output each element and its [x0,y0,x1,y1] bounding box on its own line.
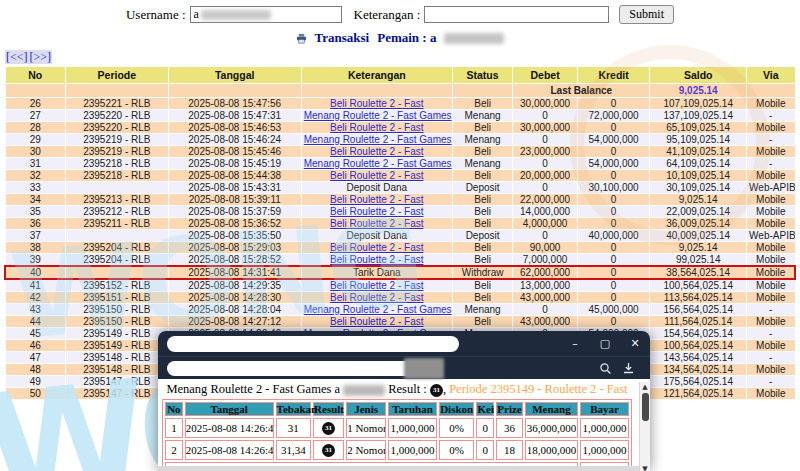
last-balance-label: Last Balance [513,84,650,98]
row-via: - [747,328,795,340]
popup-row-result: 31 [313,418,344,438]
row-kredit: 72,000,000 [577,110,650,122]
pagination: [<<][>>] [5,50,800,65]
table-row: 402025-08-08 14:31:41Tarik DanaWithdraw6… [5,266,795,279]
row-keterangan-link[interactable]: Beli Roulette 2 - Fast [301,122,452,134]
row-keterangan-link[interactable]: Beli Roulette 2 - Fast [301,242,452,254]
row-periode: 2395148 - RLB [65,364,168,376]
row-debet: 0 [513,182,577,194]
row-via: Mobile [747,218,795,230]
row-status: Withdraw [452,266,512,279]
table-row: 262395221 - RLB2025-08-08 15:47:56Beli R… [5,98,795,110]
row-periode [65,266,168,279]
row-keterangan-link[interactable]: Beli Roulette 2 - Fast [301,218,452,230]
row-saldo: 143,564,025.14 [650,352,747,364]
row-keterangan-link[interactable]: Beli Roulette 2 - Fast [301,206,452,218]
row-periode: 2395204 - RLB [65,242,168,254]
row-keterangan-link[interactable]: Menang Roulette 2 - Fast Games [301,110,452,122]
popup-scrollbar[interactable]: ▲ ▼ [639,382,650,471]
scrollbar-thumb[interactable] [642,393,649,421]
address-bar-redacted[interactable] [167,361,419,376]
row-kredit: 0 [577,146,650,158]
popup-tab-redacted[interactable] [167,336,459,352]
scroll-down-icon[interactable]: ▼ [642,464,647,471]
row-via: Mobile [747,388,795,400]
row-status: Beli [452,316,512,328]
row-keterangan-link[interactable]: Beli Roulette 2 - Fast [301,146,452,158]
zoom-icon[interactable] [598,361,613,376]
row-periode: 2395220 - RLB [65,122,168,134]
row-keterangan-link[interactable]: Beli Roulette 2 - Fast [301,316,452,328]
minimize-icon[interactable]: – [560,331,590,356]
table-row: 292395219 - RLB2025-08-08 15:46:24Menang… [5,134,795,146]
row-keterangan-link[interactable]: Menang Roulette 2 - Fast Games [301,134,452,146]
popup-row-tebakan: 31,34 [276,440,312,460]
submit-button[interactable]: Submit [619,5,674,24]
popup-row-diskon: 0% [439,418,475,438]
table-row: 422395151 - RLB2025-08-08 14:28:30Beli R… [5,292,795,304]
row-no: 41 [5,279,65,292]
row-saldo: 22,009,025.14 [650,206,747,218]
popup-row-jenis: 1 Nomor [346,418,386,438]
row-via: - [747,110,795,122]
last-balance-row: Last Balance 9,025.14 [5,84,795,98]
row-status: Beli [452,122,512,134]
row-saldo: 156,564,025.14 [650,304,747,316]
row-saldo: 107,109,025.14 [650,98,747,110]
row-tanggal: 2025-08-08 15:39:11 [168,194,301,206]
row-kredit: 0 [577,254,650,267]
row-saldo: 154,564,025.14 [650,328,747,340]
row-tanggal: 2025-08-08 14:28:04 [168,304,301,316]
row-via: Mobile [747,292,795,304]
row-saldo: 36,009,025.14 [650,218,747,230]
prev-page-link[interactable]: [<<] [5,50,29,64]
row-periode: 2395212 - RLB [65,206,168,218]
empty-cell [452,84,512,98]
row-keterangan-link[interactable]: Menang Roulette 2 - Fast Games [301,158,452,170]
row-keterangan-link[interactable]: Beli Roulette 2 - Fast [301,98,452,110]
row-saldo: 41,109,025.14 [650,146,747,158]
popup-titlebar[interactable]: – ▢ ✕ [158,331,650,356]
row-no: 35 [5,206,65,218]
row-keterangan-link[interactable]: Beli Roulette 2 - Fast [301,170,452,182]
row-via: Mobile [747,364,795,376]
row-keterangan-link[interactable]: Beli Roulette 2 - Fast [301,254,452,267]
close-icon[interactable]: ✕ [620,331,650,356]
row-no: 30 [5,146,65,158]
table-row: 442395150 - RLB2025-08-08 14:27:12Beli R… [5,316,795,328]
row-keterangan-link[interactable]: Menang Roulette 2 - Fast Games [301,304,452,316]
row-debet: 0 [513,158,577,170]
row-tanggal: 2025-08-08 15:46:53 [168,122,301,134]
roulette-result-icon: 31 [322,444,335,457]
keterangan-label: Keterangan : [354,7,421,23]
popup-column-header-menang: Menang [525,402,578,416]
row-keterangan-link[interactable]: Beli Roulette 2 - Fast [301,279,452,292]
row-saldo: 137,109,025.14 [650,110,747,122]
row-no: 34 [5,194,65,206]
row-no: 27 [5,110,65,122]
row-periode: 2395218 - RLB [65,158,168,170]
download-icon[interactable] [621,361,636,376]
row-keterangan-link[interactable]: Beli Roulette 2 - Fast [301,194,452,206]
row-debet: 0 [513,110,577,122]
next-page-link[interactable]: [>>] [29,50,53,64]
username-input[interactable]: a [190,6,342,23]
row-keterangan-link[interactable]: Beli Roulette 2 - Fast [301,292,452,304]
table-row: 412395152 - RLB2025-08-08 14:29:35Beli R… [5,279,795,292]
row-debet: 22,000,000 [513,194,577,206]
row-periode: 2395148 - RLB [65,352,168,364]
popup-row-bayar: 1,000,000 [580,440,629,460]
pemain-redacted [444,33,504,44]
keterangan-input[interactable] [424,6,609,23]
scroll-up-icon[interactable]: ▲ [642,382,647,392]
row-saldo: 95,109,025.14 [650,134,747,146]
row-no: 45 [5,328,65,340]
column-header-via: Via [747,67,795,84]
row-via: Web-APIB [747,230,795,242]
table-row: 302395219 - RLB2025-08-08 15:45:46Beli R… [5,146,795,158]
row-debet: 30,000,000 [513,98,577,110]
row-periode: 2395150 - RLB [65,304,168,316]
maximize-icon[interactable]: ▢ [590,331,620,356]
empty-cell [168,84,301,98]
column-header-no: No [5,67,65,84]
